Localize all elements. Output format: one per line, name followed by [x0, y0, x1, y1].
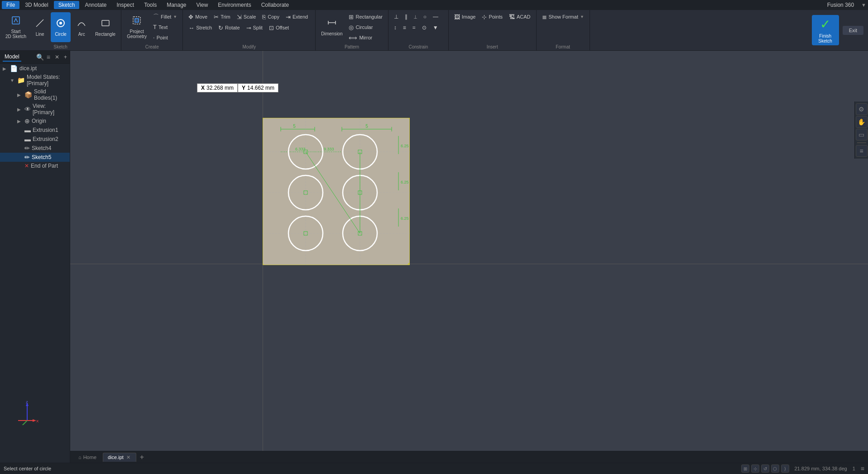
tree-item-extrusion2[interactable]: ▬ Extrusion2: [0, 135, 70, 144]
start-sketch-icon: [10, 15, 21, 27]
move-button[interactable]: ✥ Move: [186, 12, 210, 22]
image-button[interactable]: 🖼 Image: [451, 12, 479, 22]
extend-button[interactable]: ⇥ Extend: [283, 12, 311, 22]
constrain-more[interactable]: ▼: [430, 23, 441, 33]
bottom-bar: Select center of circle ⊞ ⊹ ↺ ⬡ ⟩ 21.829…: [0, 463, 868, 474]
tree-item-extrusion1[interactable]: ▬ Extrusion1: [0, 126, 70, 135]
svg-point-3: [60, 22, 62, 24]
split-button[interactable]: ⊸ Split: [244, 23, 265, 33]
menu-annotate[interactable]: Annotate: [80, 1, 111, 9]
canvas-area[interactable]: X 32.268 mm Y 14.662 mm 5 5 6.333 9.333: [70, 51, 868, 463]
snap-button[interactable]: ⊹: [751, 464, 759, 473]
home-tab[interactable]: ⌂ Home: [74, 453, 101, 461]
menu-inspect[interactable]: Inspect: [112, 1, 139, 9]
viewport-controls: ⊞ ⊹ ↺ ⬡ ⟩: [741, 464, 789, 473]
rectangular-button[interactable]: ⊞ Rectangular: [346, 12, 385, 22]
svg-text:5: 5: [365, 124, 368, 129]
copy-button[interactable]: ⎘ Copy: [259, 12, 282, 22]
point-button[interactable]: · Point: [150, 33, 180, 43]
panel-add-icon[interactable]: +: [64, 54, 67, 60]
fly-button[interactable]: ⬡: [771, 464, 779, 473]
start-2d-sketch-button[interactable]: Start 2D Sketch: [3, 12, 29, 42]
text-button[interactable]: T Text: [150, 22, 180, 32]
coordinates-display: 21.829 mm, 334.38 deg: [795, 466, 847, 471]
measure-button[interactable]: ⟩: [781, 464, 789, 473]
line-button[interactable]: Line: [30, 12, 50, 42]
exit-button[interactable]: Exit: [843, 26, 863, 35]
menu-environments[interactable]: Environments: [213, 1, 255, 9]
rectangle-button[interactable]: Rectangle: [92, 12, 118, 42]
points-button[interactable]: ⊹ Points: [479, 12, 505, 22]
right-side-panel: ⚙ ✋ ▭ ≡: [854, 102, 868, 159]
mirror-button[interactable]: ⟺ Mirror: [346, 33, 385, 43]
circle-button[interactable]: Circle: [51, 12, 71, 42]
rotate-button[interactable]: ↻ Rotate: [216, 23, 242, 33]
orbit-button[interactable]: ↺: [761, 464, 769, 473]
constrain-1[interactable]: ⊥: [391, 12, 401, 22]
text-icon: T: [153, 24, 157, 30]
tree-item-sketch5[interactable]: ✏ Sketch5: [0, 153, 70, 162]
fillet-button[interactable]: ⌒ Fillet ▼: [150, 12, 180, 22]
panel-close-icon[interactable]: ✕: [55, 54, 59, 60]
constrain-3[interactable]: ⟂: [411, 12, 420, 22]
scale-button[interactable]: ⇲ Scale: [234, 12, 259, 22]
tree-item-sketch4[interactable]: ✏ Sketch4: [0, 144, 70, 153]
view-settings-button[interactable]: ⚙: [856, 103, 868, 115]
constrain-5[interactable]: —: [430, 12, 441, 22]
solid-bodies-label: Solid Bodies(1): [34, 88, 67, 101]
show-format-button[interactable]: ≣ Show Format ▼: [539, 12, 587, 22]
pan-button[interactable]: ✋: [856, 116, 868, 128]
tree-item-dice[interactable]: ▶ 📄 dice.ipt: [0, 64, 70, 73]
menu-collaborate[interactable]: Collaborate: [257, 1, 293, 9]
menu-file[interactable]: File: [2, 1, 19, 9]
tree-item-solid-bodies[interactable]: ▶ 📦 Solid Bodies(1): [0, 87, 70, 102]
view-icon: 👁: [24, 106, 31, 113]
tree-item-model-states[interactable]: ▼ 📁 Model States: [Primary]: [0, 73, 70, 87]
start-sketch-label: Start 2D Sketch: [5, 29, 26, 39]
constrain-8[interactable]: =: [410, 23, 418, 33]
offset-button[interactable]: ⊡ Offset: [266, 23, 292, 33]
menu-manage[interactable]: Manage: [162, 1, 191, 9]
add-tab-button[interactable]: +: [138, 453, 146, 461]
finish-checkmark-icon: ✓: [820, 17, 830, 32]
point-icon: ·: [153, 34, 155, 41]
constrain-9[interactable]: ⊙: [419, 23, 429, 33]
finish-sketch-button[interactable]: ✓ Finish Sketch: [812, 15, 839, 45]
tree-item-end-of-part[interactable]: ✕ End of Part: [0, 162, 70, 170]
constrain-6[interactable]: ↕: [391, 23, 399, 33]
extrusion1-label: Extrusion1: [33, 127, 58, 133]
pattern-small-group: ⊞ Rectangular ◎ Circular ⟺ Mirror: [346, 12, 385, 43]
extrusion2-icon: ▬: [24, 135, 31, 143]
axis-indicator: Z X Y: [14, 398, 41, 426]
constrain-7[interactable]: ≡: [400, 23, 409, 33]
tab-close-button[interactable]: ✕: [125, 455, 131, 460]
circular-button[interactable]: ◎ Circular: [346, 22, 385, 32]
trim-button[interactable]: ✂ Trim: [211, 12, 233, 22]
panel-menu-button[interactable]: ≡: [47, 53, 50, 61]
format-group-label: Format: [537, 44, 590, 49]
constrain-4[interactable]: ○: [421, 12, 429, 22]
menu-view[interactable]: View: [192, 1, 213, 9]
tree-item-origin[interactable]: ▶ ⊕ Origin: [0, 116, 70, 126]
more-button[interactable]: ≡: [856, 145, 868, 157]
menu-3d-model[interactable]: 3D Model: [20, 1, 53, 9]
menu-tools[interactable]: Tools: [139, 1, 161, 9]
file-tab[interactable]: dice.ipt ✕: [103, 453, 136, 462]
dimension-button[interactable]: Dimension: [318, 12, 345, 42]
svg-text:6.25: 6.25: [401, 144, 409, 148]
grid-button[interactable]: ⊞: [741, 464, 749, 473]
stretch-button[interactable]: ↔ Stretch: [186, 23, 215, 33]
model-tab[interactable]: Model: [3, 53, 21, 62]
more-options-button[interactable]: ≡: [861, 465, 864, 472]
dimension-label: Dimension: [321, 31, 342, 36]
account-icon[interactable]: ▼: [861, 2, 866, 8]
tree-item-view[interactable]: ▶ 👁 View: [Primary]: [0, 102, 70, 116]
arc-button[interactable]: Arc: [72, 12, 91, 42]
project-geometry-button[interactable]: Project Geometry: [124, 12, 149, 42]
layers-button[interactable]: ▭: [856, 129, 868, 140]
acad-button[interactable]: 🏗 ACAD: [506, 12, 533, 22]
circular-icon: ◎: [349, 24, 354, 31]
menu-sketch[interactable]: Sketch: [54, 1, 80, 9]
constrain-2[interactable]: ∥: [402, 12, 410, 22]
search-panel-button[interactable]: 🔍: [36, 53, 44, 61]
